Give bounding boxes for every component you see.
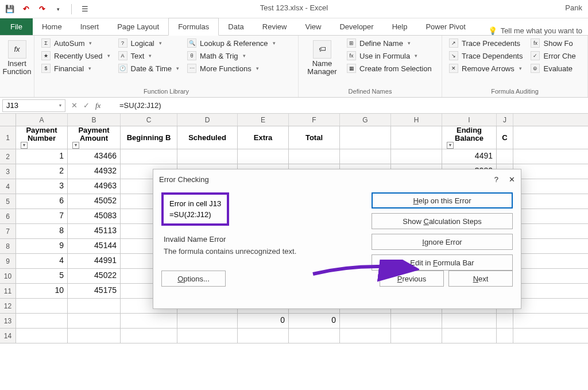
cell[interactable]: 45144 [68, 239, 121, 253]
options-button[interactable]: Options... [161, 271, 226, 287]
row-header[interactable]: 13 [0, 314, 16, 328]
cell[interactable]: 45175 [68, 284, 121, 298]
tab-review[interactable]: Review [253, 18, 296, 35]
col-header-A[interactable]: A [16, 114, 68, 126]
header-total[interactable]: Total [289, 126, 340, 149]
row-header[interactable]: 10 [0, 269, 16, 283]
formula-input[interactable]: =SU(J2:J12) [115, 101, 588, 110]
header-payment-number[interactable]: Payment Number▾ [16, 126, 68, 149]
cell[interactable] [238, 149, 289, 164]
cell[interactable]: 44932 [68, 164, 121, 179]
cell[interactable] [16, 329, 68, 343]
ignore-error-button[interactable]: Ignore Error [372, 234, 513, 250]
tab-insert[interactable]: Insert [71, 18, 109, 35]
cell[interactable]: 45083 [68, 209, 121, 223]
cell[interactable]: 43466 [68, 149, 121, 164]
row-header[interactable]: 12 [0, 299, 16, 313]
cell[interactable]: 3 [16, 179, 68, 194]
help-on-error-button[interactable]: Help on this Error [372, 192, 513, 208]
cell[interactable] [68, 299, 121, 313]
more-functions-button[interactable]: ⋯More Functions▾ [186, 63, 277, 74]
define-name-button[interactable]: ⊞Define Name▾ [346, 38, 433, 48]
col-header-C[interactable]: C [121, 114, 177, 126]
lookup-button[interactable]: 🔍Lookup & Reference▾ [186, 38, 277, 48]
tab-developer[interactable]: Developer [330, 18, 382, 35]
tab-home[interactable]: Home [33, 18, 71, 35]
row-header[interactable]: 5 [0, 194, 16, 208]
filter-icon[interactable]: ▾ [72, 142, 79, 149]
row-header[interactable]: 8 [0, 239, 16, 253]
cell[interactable]: 4491 [442, 149, 497, 164]
cell[interactable] [497, 329, 513, 343]
cell[interactable]: 45052 [68, 194, 121, 208]
cell[interactable] [121, 329, 177, 343]
tab-formulas[interactable]: Formulas [168, 18, 219, 36]
cell[interactable] [68, 314, 121, 328]
cell[interactable] [177, 329, 238, 343]
next-button[interactable]: Next [448, 271, 513, 287]
cell[interactable] [121, 314, 177, 328]
cancel-icon[interactable]: ✕ [71, 101, 78, 110]
tab-power-pivot[interactable]: Power Pivot [416, 18, 474, 35]
header-j[interactable]: C [497, 126, 513, 149]
help-icon[interactable]: ? [494, 175, 498, 184]
edit-in-formula-bar-button[interactable]: Edit in Formula Bar [372, 254, 513, 271]
show-formulas-button[interactable]: fxShow Fo [529, 38, 577, 48]
cell[interactable] [391, 314, 442, 328]
cell[interactable]: 44963 [68, 179, 121, 194]
header-h[interactable] [391, 126, 442, 149]
logical-button[interactable]: ?Logical▾ [117, 38, 181, 48]
row-header-1[interactable]: 1 [0, 126, 16, 149]
cell[interactable]: 9 [16, 239, 68, 253]
cell[interactable] [497, 149, 513, 164]
cell[interactable] [289, 329, 340, 343]
col-header-F[interactable]: F [289, 114, 340, 126]
cell[interactable] [16, 299, 68, 313]
tab-file[interactable]: File [0, 18, 33, 35]
show-calculation-steps-button[interactable]: Show Calculation Steps [372, 213, 513, 229]
col-header-J[interactable]: J [497, 114, 513, 126]
use-in-formula-button[interactable]: fxUse in Formula▾ [346, 51, 433, 61]
row-header[interactable]: 4 [0, 179, 16, 194]
evaluate-formula-button[interactable]: ⊚Evaluate [529, 63, 577, 74]
name-manager-button[interactable]: 🏷 Name Manager [304, 38, 340, 87]
col-header-H[interactable]: H [391, 114, 442, 126]
filter-icon[interactable]: ▾ [21, 142, 28, 149]
cell[interactable] [68, 329, 121, 343]
cell[interactable]: 6 [16, 194, 68, 208]
cell[interactable] [16, 314, 68, 328]
cell[interactable] [121, 149, 177, 164]
header-g[interactable] [340, 126, 391, 149]
cell[interactable] [289, 149, 340, 164]
cell[interactable] [238, 329, 289, 343]
chevron-down-icon[interactable]: ▾ [59, 103, 61, 108]
row-header[interactable]: 14 [0, 329, 16, 343]
redo-icon[interactable]: ↷ [37, 4, 47, 14]
tell-me-search[interactable]: 💡 Tell me what you want to [488, 26, 588, 35]
header-payment-amount[interactable]: Payment Amount▾ [68, 126, 121, 149]
cell[interactable]: 1 [16, 149, 68, 164]
cell[interactable]: 0 [289, 314, 340, 328]
create-from-selection-button[interactable]: ▦Create from Selection [346, 63, 433, 74]
text-button[interactable]: AText▾ [117, 51, 181, 61]
error-checking-button[interactable]: ✓Error Che [529, 51, 577, 61]
cell[interactable]: 7 [16, 209, 68, 223]
confirm-icon[interactable]: ✓ [83, 101, 90, 110]
previous-button[interactable]: Previous [380, 271, 444, 287]
undo-icon[interactable]: ↶ [21, 4, 31, 14]
filter-icon[interactable]: ▾ [447, 142, 454, 149]
cell[interactable] [391, 329, 442, 343]
cell[interactable]: 10 [16, 284, 68, 298]
col-header-D[interactable]: D [177, 114, 238, 126]
cell[interactable]: 8 [16, 224, 68, 238]
row-header[interactable]: 11 [0, 284, 16, 298]
header-extra[interactable]: Extra [238, 126, 289, 149]
cell[interactable]: 45022 [68, 269, 121, 283]
cell[interactable] [340, 149, 391, 164]
tab-help[interactable]: Help [383, 18, 417, 35]
header-ending-balance[interactable]: Ending Balance▾ [442, 126, 497, 149]
row-header[interactable]: 2 [0, 149, 16, 164]
trace-precedents-button[interactable]: ↗Trace Precedents [448, 38, 524, 48]
row-header[interactable]: 9 [0, 254, 16, 268]
tab-view[interactable]: View [296, 18, 330, 35]
